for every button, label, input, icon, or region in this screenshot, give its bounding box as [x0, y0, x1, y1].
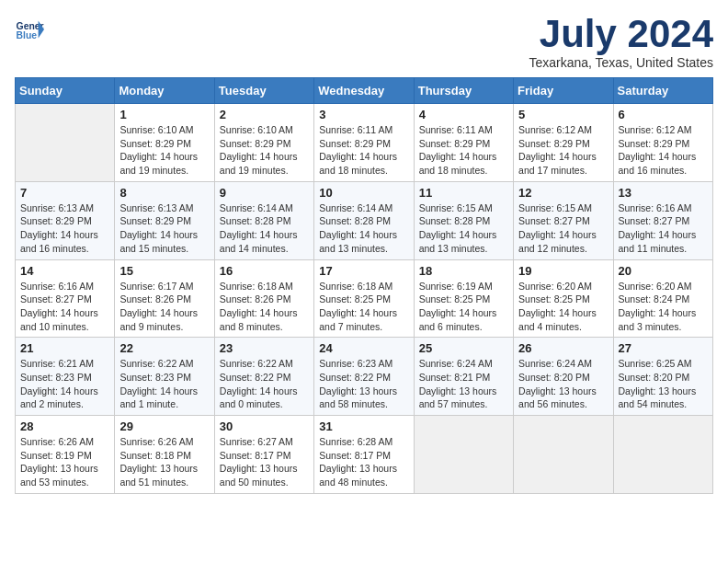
cell-info: Sunrise: 6:10 AMSunset: 8:29 PMDaylight:… [220, 123, 309, 178]
logo: General Blue [15, 15, 44, 44]
calendar-cell: 20Sunrise: 6:20 AMSunset: 8:24 PMDayligh… [613, 259, 712, 338]
calendar-week: 21Sunrise: 6:21 AMSunset: 8:23 PMDayligh… [16, 338, 713, 416]
date-number: 31 [319, 419, 408, 433]
calendar-cell: 8Sunrise: 6:13 AMSunset: 8:29 PMDaylight… [115, 181, 214, 259]
calendar-cell: 11Sunrise: 6:15 AMSunset: 8:28 PMDayligh… [414, 181, 513, 259]
calendar-cell: 6Sunrise: 6:12 AMSunset: 8:29 PMDaylight… [613, 104, 712, 182]
calendar-cell: 13Sunrise: 6:16 AMSunset: 8:27 PMDayligh… [613, 181, 712, 259]
date-number: 14 [20, 264, 109, 278]
date-number: 8 [119, 186, 209, 200]
weekday-header: Tuesday [214, 78, 313, 104]
date-number: 19 [518, 264, 608, 278]
calendar-cell: 3Sunrise: 6:11 AMSunset: 8:29 PMDaylight… [314, 104, 414, 182]
weekday-header: Sunday [16, 78, 115, 104]
calendar-cell: 26Sunrise: 6:24 AMSunset: 8:20 PMDayligh… [514, 338, 613, 416]
calendar-cell: 30Sunrise: 6:27 AMSunset: 8:17 PMDayligh… [214, 416, 313, 494]
cell-info: Sunrise: 6:26 AMSunset: 8:18 PMDaylight:… [119, 435, 209, 489]
calendar-cell: 27Sunrise: 6:25 AMSunset: 8:20 PMDayligh… [613, 338, 712, 416]
date-number: 11 [419, 186, 508, 200]
date-number: 13 [619, 186, 708, 200]
calendar-cell: 1Sunrise: 6:10 AMSunset: 8:29 PMDaylight… [115, 104, 214, 182]
cell-info: Sunrise: 6:11 AMSunset: 8:29 PMDaylight:… [319, 123, 408, 178]
cell-info: Sunrise: 6:15 AMSunset: 8:28 PMDaylight:… [419, 201, 508, 256]
date-number: 9 [220, 186, 309, 200]
calendar-cell: 14Sunrise: 6:16 AMSunset: 8:27 PMDayligh… [16, 259, 115, 338]
location: Texarkana, Texas, United States [529, 55, 713, 70]
weekday-header: Wednesday [314, 78, 414, 104]
cell-info: Sunrise: 6:23 AMSunset: 8:22 PMDaylight:… [319, 357, 408, 411]
calendar-cell: 19Sunrise: 6:20 AMSunset: 8:25 PMDayligh… [514, 259, 613, 338]
calendar-cell: 17Sunrise: 6:18 AMSunset: 8:25 PMDayligh… [314, 259, 414, 338]
date-number: 22 [119, 341, 209, 355]
calendar-cell: 18Sunrise: 6:19 AMSunset: 8:25 PMDayligh… [414, 259, 513, 338]
date-number: 24 [319, 341, 408, 355]
calendar-week: 28Sunrise: 6:26 AMSunset: 8:19 PMDayligh… [16, 416, 713, 494]
cell-info: Sunrise: 6:12 AMSunset: 8:29 PMDaylight:… [518, 123, 608, 178]
cell-info: Sunrise: 6:15 AMSunset: 8:27 PMDaylight:… [518, 201, 608, 256]
cell-info: Sunrise: 6:24 AMSunset: 8:21 PMDaylight:… [419, 357, 508, 411]
weekday-header: Friday [514, 78, 613, 104]
logo-icon: General Blue [15, 15, 44, 44]
cell-info: Sunrise: 6:12 AMSunset: 8:29 PMDaylight:… [619, 123, 708, 178]
cell-info: Sunrise: 6:21 AMSunset: 8:23 PMDaylight:… [20, 357, 109, 411]
cell-info: Sunrise: 6:18 AMSunset: 8:26 PMDaylight:… [220, 280, 309, 334]
date-number: 17 [319, 264, 408, 278]
date-number: 4 [419, 108, 508, 121]
calendar-cell: 4Sunrise: 6:11 AMSunset: 8:29 PMDaylight… [414, 104, 513, 182]
cell-info: Sunrise: 6:26 AMSunset: 8:19 PMDaylight:… [20, 435, 109, 489]
calendar-cell: 5Sunrise: 6:12 AMSunset: 8:29 PMDaylight… [514, 104, 613, 182]
date-number: 5 [518, 108, 608, 121]
cell-info: Sunrise: 6:20 AMSunset: 8:25 PMDaylight:… [518, 280, 608, 334]
calendar-cell: 28Sunrise: 6:26 AMSunset: 8:19 PMDayligh… [16, 416, 115, 494]
calendar-week: 1Sunrise: 6:10 AMSunset: 8:29 PMDaylight… [16, 104, 713, 182]
cell-info: Sunrise: 6:16 AMSunset: 8:27 PMDaylight:… [619, 201, 708, 256]
page-header: General Blue July 2024 Texarkana, Texas,… [15, 15, 713, 70]
cell-info: Sunrise: 6:13 AMSunset: 8:29 PMDaylight:… [119, 201, 209, 256]
calendar-header: SundayMondayTuesdayWednesdayThursdayFrid… [16, 78, 713, 104]
date-number: 1 [119, 108, 209, 121]
calendar-cell [16, 104, 115, 182]
calendar-cell: 24Sunrise: 6:23 AMSunset: 8:22 PMDayligh… [314, 338, 414, 416]
calendar-cell: 29Sunrise: 6:26 AMSunset: 8:18 PMDayligh… [115, 416, 214, 494]
calendar-week: 14Sunrise: 6:16 AMSunset: 8:27 PMDayligh… [16, 259, 713, 338]
calendar-cell: 21Sunrise: 6:21 AMSunset: 8:23 PMDayligh… [16, 338, 115, 416]
weekday-header: Saturday [613, 78, 712, 104]
calendar-cell: 16Sunrise: 6:18 AMSunset: 8:26 PMDayligh… [214, 259, 313, 338]
cell-info: Sunrise: 6:22 AMSunset: 8:22 PMDaylight:… [220, 357, 309, 411]
cell-info: Sunrise: 6:11 AMSunset: 8:29 PMDaylight:… [419, 123, 508, 178]
date-number: 2 [220, 108, 309, 121]
cell-info: Sunrise: 6:13 AMSunset: 8:29 PMDaylight:… [20, 201, 109, 256]
cell-info: Sunrise: 6:18 AMSunset: 8:25 PMDaylight:… [319, 280, 408, 334]
cell-info: Sunrise: 6:24 AMSunset: 8:20 PMDaylight:… [518, 357, 608, 411]
calendar-cell: 23Sunrise: 6:22 AMSunset: 8:22 PMDayligh… [214, 338, 313, 416]
date-number: 3 [319, 108, 408, 121]
date-number: 7 [20, 186, 109, 200]
date-number: 12 [518, 186, 608, 200]
calendar-cell: 2Sunrise: 6:10 AMSunset: 8:29 PMDaylight… [214, 104, 313, 182]
calendar-table: SundayMondayTuesdayWednesdayThursdayFrid… [15, 77, 713, 494]
weekday-header: Thursday [414, 78, 513, 104]
cell-info: Sunrise: 6:19 AMSunset: 8:25 PMDaylight:… [419, 280, 508, 334]
calendar-cell: 12Sunrise: 6:15 AMSunset: 8:27 PMDayligh… [514, 181, 613, 259]
calendar-cell: 25Sunrise: 6:24 AMSunset: 8:21 PMDayligh… [414, 338, 513, 416]
calendar-cell: 10Sunrise: 6:14 AMSunset: 8:28 PMDayligh… [314, 181, 414, 259]
calendar-week: 7Sunrise: 6:13 AMSunset: 8:29 PMDaylight… [16, 181, 713, 259]
title-block: July 2024 Texarkana, Texas, United State… [529, 15, 713, 70]
cell-info: Sunrise: 6:27 AMSunset: 8:17 PMDaylight:… [220, 435, 309, 489]
date-number: 26 [518, 341, 608, 355]
cell-info: Sunrise: 6:22 AMSunset: 8:23 PMDaylight:… [119, 357, 209, 411]
calendar-cell [414, 416, 513, 494]
calendar-body: 1Sunrise: 6:10 AMSunset: 8:29 PMDaylight… [16, 104, 713, 494]
calendar-cell [514, 416, 613, 494]
date-number: 18 [419, 264, 508, 278]
date-number: 21 [20, 341, 109, 355]
date-number: 25 [419, 341, 508, 355]
date-number: 20 [619, 264, 708, 278]
calendar-cell: 31Sunrise: 6:28 AMSunset: 8:17 PMDayligh… [314, 416, 414, 494]
cell-info: Sunrise: 6:17 AMSunset: 8:26 PMDaylight:… [119, 280, 209, 334]
date-number: 16 [220, 264, 309, 278]
svg-text:Blue: Blue [17, 30, 38, 40]
cell-info: Sunrise: 6:10 AMSunset: 8:29 PMDaylight:… [119, 123, 209, 178]
date-number: 30 [220, 419, 309, 433]
month-title: July 2024 [529, 15, 713, 53]
